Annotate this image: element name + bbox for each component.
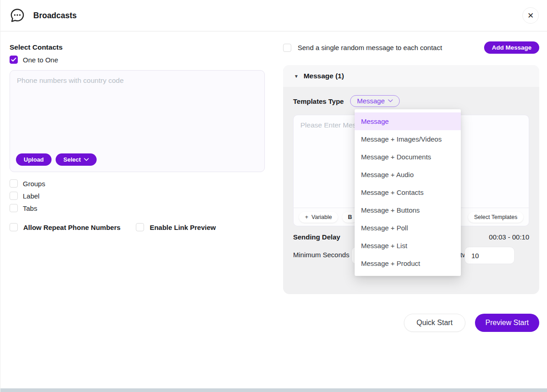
menu-item-message-poll[interactable]: Message + Poll xyxy=(355,219,461,237)
one-to-one-label: One to One xyxy=(23,56,58,64)
sending-delay-value: 00:03 - 00:10 xyxy=(489,233,529,241)
one-to-one-checkbox[interactable] xyxy=(10,56,18,64)
close-icon: ✕ xyxy=(527,11,534,20)
options-row: Allow Repeat Phone Numbers Enable Link P… xyxy=(10,223,265,231)
templates-type-dropdown[interactable]: Message xyxy=(350,95,400,107)
allow-repeat-checkbox[interactable] xyxy=(10,223,18,231)
select-contacts-section: Select Contacts One to One Upload Select xyxy=(10,31,265,231)
sending-delay-label: Sending Delay xyxy=(293,233,340,241)
select-contacts-heading: Select Contacts xyxy=(10,43,265,51)
collapse-caret-icon[interactable]: ▼ xyxy=(294,74,299,79)
plus-icon: + xyxy=(305,214,308,220)
tabs-label: Tabs xyxy=(23,204,37,212)
chat-bubble-icon xyxy=(9,7,26,24)
phone-numbers-box: Upload Select xyxy=(10,70,265,172)
one-to-one-row[interactable]: One to One xyxy=(10,56,265,64)
message-panel-header[interactable]: ▼ Message (1) xyxy=(283,65,539,87)
label-label: Label xyxy=(23,192,40,200)
page-title: Broadcasts xyxy=(33,11,77,20)
enable-link-preview-label: Enable Link Preview xyxy=(150,224,216,231)
templates-type-row: Templates Type Message xyxy=(293,95,529,107)
select-dropdown-button[interactable]: Select xyxy=(56,153,97,166)
groups-label: Groups xyxy=(23,180,45,188)
label-row[interactable]: Label xyxy=(10,192,265,200)
random-message-checkbox[interactable] xyxy=(283,44,291,52)
menu-item-message[interactable]: Message xyxy=(355,112,461,130)
broadcasts-dialog: Broadcasts ✕ Select Contacts One to One … xyxy=(0,0,547,392)
add-message-button[interactable]: Add Message xyxy=(484,41,539,54)
phone-numbers-input[interactable] xyxy=(10,71,264,143)
menu-item-message-buttons[interactable]: Message + Buttons xyxy=(355,201,461,219)
templates-type-value: Message xyxy=(357,97,385,105)
random-message-label: Send a single random message to each con… xyxy=(298,44,442,51)
message-panel-title: Message (1) xyxy=(304,72,344,80)
variable-button[interactable]: + Variable xyxy=(299,212,338,223)
tabs-checkbox[interactable] xyxy=(10,204,18,212)
templates-type-label: Templates Type xyxy=(293,97,344,105)
upload-button[interactable]: Upload xyxy=(16,153,52,166)
footer-buttons: Quick Start Preview Start xyxy=(283,314,539,332)
groups-row[interactable]: Groups xyxy=(10,179,265,188)
select-templates-button[interactable]: Select Templates xyxy=(468,212,523,223)
label-checkbox[interactable] xyxy=(10,192,18,200)
tabs-row[interactable]: Tabs xyxy=(10,204,265,212)
templates-type-menu: Message Message + Images/Videos Message … xyxy=(355,109,461,276)
page-bottom-bar xyxy=(0,388,547,392)
maximum-seconds-input[interactable] xyxy=(464,247,515,264)
menu-item-message-product[interactable]: Message + Product xyxy=(355,255,461,272)
allow-repeat-label: Allow Repeat Phone Numbers xyxy=(23,224,120,231)
menu-item-message-audio[interactable]: Message + Audio xyxy=(355,166,461,183)
random-message-row: Send a single random message to each con… xyxy=(283,41,539,54)
menu-item-message-list[interactable]: Message + List xyxy=(355,237,461,255)
menu-item-message-contacts[interactable]: Message + Contacts xyxy=(355,183,461,201)
menu-item-message-documents[interactable]: Message + Documents xyxy=(355,148,461,166)
groups-checkbox[interactable] xyxy=(10,179,18,188)
phone-box-buttons: Upload Select xyxy=(16,153,97,166)
dialog-header: Broadcasts ✕ xyxy=(0,0,547,31)
contact-source-checkboxes: Groups Label Tabs xyxy=(10,179,265,212)
chevron-down-icon xyxy=(388,99,393,102)
menu-item-message-images-videos[interactable]: Message + Images/Videos xyxy=(355,130,461,148)
chevron-down-icon xyxy=(84,158,89,161)
enable-link-preview-checkbox[interactable] xyxy=(136,223,144,231)
minimum-seconds-label: Minimum Seconds xyxy=(293,251,349,259)
preview-start-button[interactable]: Preview Start xyxy=(475,314,539,332)
close-button[interactable]: ✕ xyxy=(522,7,539,24)
quick-start-button[interactable]: Quick Start xyxy=(404,314,465,332)
